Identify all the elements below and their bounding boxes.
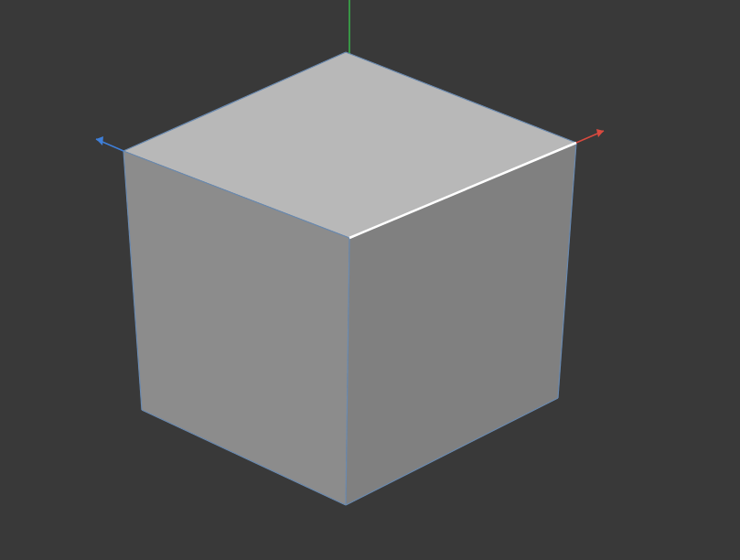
viewport-3d[interactable] (0, 0, 740, 560)
axis-x (576, 129, 604, 143)
svg-marker-9 (596, 129, 604, 137)
axis-z (96, 136, 123, 151)
scene-svg (0, 0, 740, 560)
svg-marker-11 (96, 136, 103, 145)
